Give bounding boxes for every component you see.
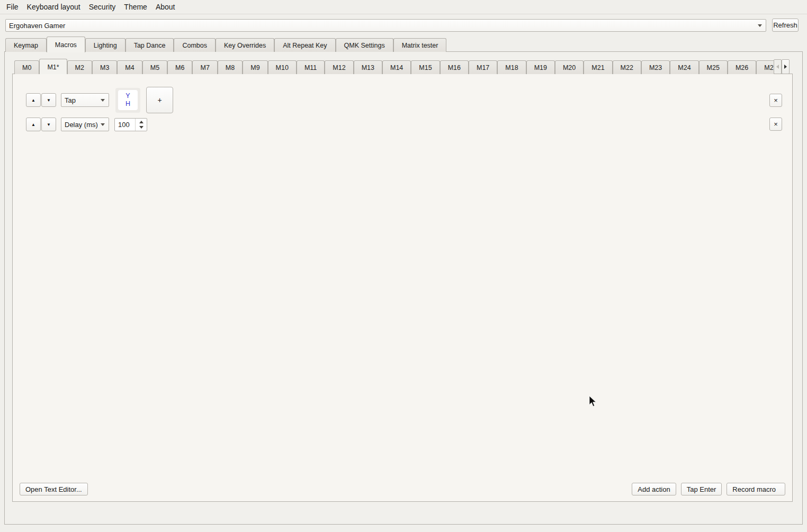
macro-tab[interactable]: M22 <box>613 60 641 74</box>
menu-items: FileKeyboard layoutSecurityThemeAbout <box>2 0 180 14</box>
menu-bar: FileKeyboard layoutSecurityThemeAbout <box>0 0 807 14</box>
spin-up-icon <box>139 121 144 123</box>
editor-action-buttons: Add action Tap Enter Record macro <box>632 483 785 495</box>
chevron-down-icon <box>101 99 105 102</box>
main-tab[interactable]: Macros <box>47 37 85 52</box>
up-arrow-icon: ▲ <box>31 98 35 103</box>
macro-tab[interactable]: M14 <box>382 60 411 74</box>
device-selector-value: Ergohaven Gamer <box>6 22 758 30</box>
action-type-select[interactable]: Tap <box>61 93 109 107</box>
macro-editor-area: ▲ ▼ Tap Y H + × ▲ ▼ Delay (ms) × <box>12 74 793 502</box>
keycap-legend-bottom: H <box>125 100 130 108</box>
menu-item[interactable]: Keyboard layout <box>23 0 85 14</box>
macro-tab[interactable]: M13 <box>354 60 382 74</box>
chevron-down-icon <box>758 24 762 27</box>
macro-tab[interactable]: M20 <box>555 60 584 74</box>
macro-tab[interactable]: M15 <box>411 60 440 74</box>
macro-tab[interactable]: M23 <box>641 60 670 74</box>
move-up-button[interactable]: ▲ <box>26 93 41 107</box>
macro-tab[interactable]: M7 <box>192 60 217 74</box>
macro-action-row-delay: ▲ ▼ Delay (ms) <box>26 118 147 131</box>
macro-tab[interactable]: M1* <box>39 59 67 74</box>
chevron-down-icon <box>101 123 105 126</box>
macro-tab[interactable]: M18 <box>497 60 526 74</box>
macro-tab[interactable]: M21 <box>584 60 612 74</box>
macro-tab[interactable]: M24 <box>670 60 698 74</box>
action-type-value: Delay (ms) <box>61 121 101 129</box>
macro-tabs-scroll-right[interactable] <box>782 59 790 74</box>
scroll-right-icon <box>784 65 787 69</box>
main-tab[interactable]: Alt Repeat Key <box>274 38 335 52</box>
open-text-editor-button[interactable]: Open Text Editor... <box>20 483 88 495</box>
macro-tab[interactable]: M25 <box>699 60 728 74</box>
up-arrow-icon: ▲ <box>31 122 35 127</box>
spin-down-icon <box>139 126 144 129</box>
record-macro-label: Record macro <box>732 485 776 493</box>
macro-tab[interactable]: M9 <box>243 60 267 74</box>
action-type-select[interactable]: Delay (ms) <box>61 118 109 131</box>
add-action-button[interactable]: Add action <box>632 483 676 495</box>
menu-item[interactable]: Security <box>85 0 120 14</box>
macro-tabs: M0M1*M2M3M4M5M6M7M8M9M10M11M12M13M14M15M… <box>14 58 774 74</box>
main-tabs: KeymapMacrosLightingTap DanceCombosKey O… <box>5 37 446 52</box>
action-type-value: Tap <box>61 96 101 104</box>
menu-item[interactable]: About <box>151 0 180 14</box>
macro-tab[interactable]: M6 <box>167 60 192 74</box>
macro-tab[interactable]: M4 <box>117 60 142 74</box>
macro-tab[interactable]: M16 <box>440 60 469 74</box>
delay-spinbox <box>114 118 147 131</box>
device-selector[interactable]: Ergohaven Gamer <box>5 19 766 32</box>
macro-tab[interactable]: M27 <box>756 60 774 74</box>
main-tab[interactable]: Combos <box>174 38 216 52</box>
refresh-button[interactable]: Refresh <box>772 19 799 32</box>
main-tab[interactable]: QMK Settings <box>336 38 393 52</box>
macro-tab-scroller <box>774 59 790 74</box>
macro-tab[interactable]: M10 <box>268 60 297 74</box>
down-arrow-icon: ▼ <box>47 98 51 103</box>
macro-tab[interactable]: M19 <box>526 60 555 74</box>
main-tab[interactable]: Key Overrides <box>216 38 274 52</box>
macro-keycap[interactable]: Y H <box>118 90 138 110</box>
menu-item[interactable]: Theme <box>120 0 151 14</box>
tap-enter-button[interactable]: Tap Enter <box>681 483 722 495</box>
main-tab[interactable]: Keymap <box>5 38 47 52</box>
scroll-left-icon <box>776 65 779 69</box>
remove-action-button[interactable]: × <box>769 94 782 107</box>
macro-tab[interactable]: M17 <box>469 60 497 74</box>
spinner-buttons[interactable] <box>135 119 147 131</box>
keycap-legend-top: Y <box>125 92 130 100</box>
main-tab[interactable]: Matrix tester <box>393 38 447 52</box>
main-tab[interactable]: Tap Dance <box>125 38 174 52</box>
macro-tab[interactable]: M3 <box>92 60 117 74</box>
macro-action-row-keystroke: ▲ ▼ Tap Y H + <box>26 87 173 113</box>
close-icon: × <box>774 96 778 104</box>
macro-tab[interactable]: M11 <box>297 60 325 74</box>
move-down-button[interactable]: ▼ <box>41 93 56 107</box>
move-down-button[interactable]: ▼ <box>41 118 56 131</box>
move-up-button[interactable]: ▲ <box>26 118 41 131</box>
macro-tab[interactable]: M26 <box>728 60 756 74</box>
menu-item[interactable]: File <box>2 0 23 14</box>
macro-keycap-slot: Y H <box>115 88 140 113</box>
macro-tab[interactable]: M2 <box>67 60 92 74</box>
record-macro-button[interactable]: Record macro <box>727 483 785 495</box>
remove-action-button[interactable]: × <box>769 118 782 131</box>
delay-value-input[interactable] <box>115 119 135 131</box>
add-key-button[interactable]: + <box>146 87 173 113</box>
macro-tab[interactable]: M5 <box>142 60 167 74</box>
macro-tab[interactable]: M8 <box>218 60 243 74</box>
main-tab[interactable]: Lighting <box>85 38 125 52</box>
macro-tab[interactable]: M0 <box>14 60 39 74</box>
macro-tab[interactable]: M12 <box>325 60 353 74</box>
close-icon: × <box>774 120 778 128</box>
macro-tabs-scroll-left[interactable] <box>774 59 782 74</box>
down-arrow-icon: ▼ <box>47 122 51 127</box>
plus-icon: + <box>157 96 162 104</box>
